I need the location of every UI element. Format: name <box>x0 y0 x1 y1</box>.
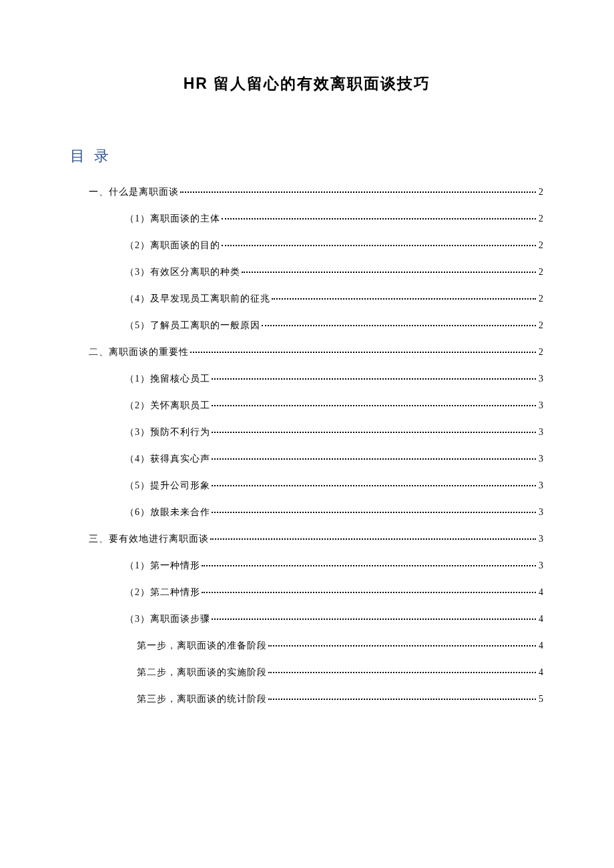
toc-page-number: 3 <box>537 534 544 544</box>
toc-leader-dots <box>212 432 536 433</box>
toc-label: 第二步，离职面谈的实施阶段 <box>137 667 267 679</box>
toc-page-number: 2 <box>537 294 544 304</box>
toc-leader-dots <box>222 218 536 220</box>
toc-label: 三、要有效地进行离职面谈 <box>89 533 209 545</box>
toc-leader-dots <box>268 645 536 646</box>
toc-entry[interactable]: （4）及早发现员工离职前的征兆2 <box>70 293 544 305</box>
toc-label: 第三步，离职面谈的统计阶段 <box>137 693 267 705</box>
toc-entry[interactable]: （1）挽留核心员工3 <box>70 373 544 385</box>
toc-page-number: 3 <box>537 374 544 384</box>
toc-leader-dots <box>180 191 536 193</box>
toc-leader-dots <box>212 458 536 460</box>
toc-leader-dots <box>212 405 536 406</box>
toc-page-number: 5 <box>537 694 544 705</box>
toc-leader-dots <box>272 298 536 300</box>
toc-entry[interactable]: （2）第二种情形4 <box>70 586 544 598</box>
toc-label: （1）离职面谈的主体 <box>125 213 220 225</box>
toc-page-number: 2 <box>537 267 544 278</box>
toc-page-number: 3 <box>537 400 544 411</box>
toc-page-number: 4 <box>537 614 544 624</box>
toc-label: 一、什么是离职面谈 <box>89 186 179 198</box>
toc-leader-dots <box>262 325 536 326</box>
toc-entry[interactable]: 三、要有效地进行离职面谈3 <box>70 533 544 545</box>
toc-label: （1）挽留核心员工 <box>125 373 210 385</box>
toc-page-number: 4 <box>537 667 544 678</box>
toc-leader-dots <box>202 592 536 593</box>
toc-label: （3）离职面谈步骤 <box>125 613 210 625</box>
toc-leader-dots <box>212 512 536 513</box>
toc-entry[interactable]: （4）获得真实心声3 <box>70 453 544 465</box>
toc-page-number: 3 <box>537 427 544 438</box>
toc-page-number: 2 <box>537 240 544 251</box>
toc-leader-dots <box>212 378 536 380</box>
table-of-contents: 一、什么是离职面谈2（1）离职面谈的主体2（2）离职面谈的目的2（3）有效区分离… <box>70 186 544 705</box>
toc-leader-dots <box>202 565 536 566</box>
toc-entry[interactable]: 第一步，离职面谈的准备阶段4 <box>70 640 544 652</box>
toc-label: （6）放眼未来合作 <box>125 506 210 518</box>
toc-page-number: 4 <box>537 640 544 651</box>
toc-label: （2）关怀离职员工 <box>125 400 210 412</box>
toc-label: 第一步，离职面谈的准备阶段 <box>137 640 267 652</box>
toc-label: （2）第二种情形 <box>125 586 200 598</box>
toc-leader-dots <box>190 352 536 353</box>
toc-leader-dots <box>268 672 536 673</box>
toc-entry[interactable]: （6）放眼未来合作3 <box>70 506 544 518</box>
toc-label: （1）第一种情形 <box>125 560 200 572</box>
toc-leader-dots <box>242 272 536 273</box>
toc-entry[interactable]: （2）关怀离职员工3 <box>70 400 544 412</box>
toc-page-number: 3 <box>537 507 544 518</box>
toc-entry[interactable]: 第二步，离职面谈的实施阶段4 <box>70 667 544 679</box>
toc-label: （3）预防不利行为 <box>125 426 210 438</box>
toc-page-number: 3 <box>537 560 544 571</box>
toc-page-number: 2 <box>537 213 544 224</box>
toc-leader-dots <box>222 245 536 246</box>
toc-page-number: 3 <box>537 480 544 491</box>
toc-label: （4）获得真实心声 <box>125 453 210 465</box>
toc-leader-dots <box>212 485 536 486</box>
document-title: HR 留人留心的有效离职面谈技巧 <box>70 73 544 94</box>
toc-entry[interactable]: （5）提升公司形象3 <box>70 480 544 492</box>
toc-label: 二、离职面谈的重要性 <box>89 346 189 358</box>
toc-leader-dots <box>268 699 536 700</box>
toc-entry[interactable]: （2）离职面谈的目的2 <box>70 240 544 252</box>
toc-entry[interactable]: 一、什么是离职面谈2 <box>70 186 544 198</box>
toc-entry[interactable]: （3）离职面谈步骤4 <box>70 613 544 625</box>
toc-leader-dots <box>212 618 536 620</box>
toc-entry[interactable]: （3）预防不利行为3 <box>70 426 544 438</box>
toc-entry[interactable]: 第三步，离职面谈的统计阶段5 <box>70 693 544 705</box>
toc-page-number: 3 <box>537 454 544 464</box>
toc-page-number: 2 <box>537 320 544 331</box>
toc-entry[interactable]: （1）第一种情形3 <box>70 560 544 572</box>
toc-label: （5）了解员工离职的一般原因 <box>125 320 260 332</box>
toc-page-number: 2 <box>537 187 544 197</box>
toc-label: （2）离职面谈的目的 <box>125 240 220 252</box>
toc-entry[interactable]: （3）有效区分离职的种类2 <box>70 266 544 278</box>
toc-page-number: 4 <box>537 587 544 598</box>
toc-entry[interactable]: （5）了解员工离职的一般原因2 <box>70 320 544 332</box>
toc-page-number: 2 <box>537 347 544 358</box>
toc-label: （4）及早发现员工离职前的征兆 <box>125 293 270 305</box>
toc-leader-dots <box>210 538 536 540</box>
toc-entry[interactable]: （1）离职面谈的主体2 <box>70 213 544 225</box>
toc-label: （3）有效区分离职的种类 <box>125 266 240 278</box>
toc-label: （5）提升公司形象 <box>125 480 210 492</box>
toc-header: 目录 <box>70 146 544 166</box>
toc-entry[interactable]: 二、离职面谈的重要性2 <box>70 346 544 358</box>
